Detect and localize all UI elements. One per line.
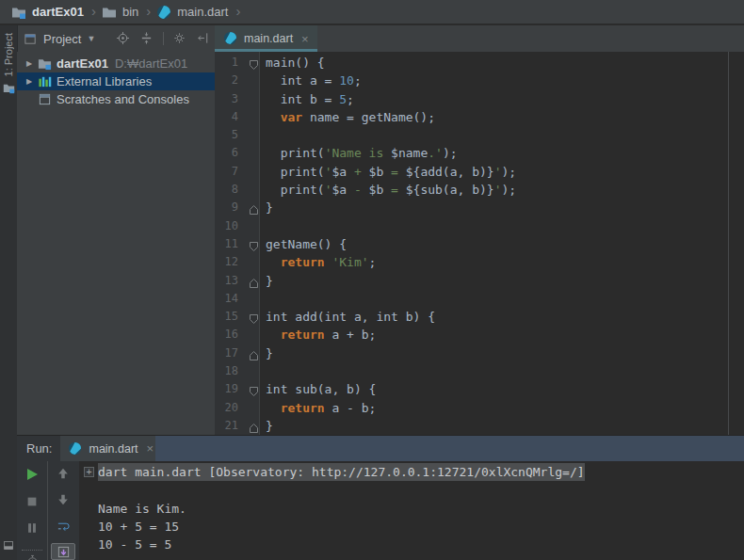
- chevron-down-icon[interactable]: ▼: [87, 34, 95, 43]
- console-line[interactable]: +dart main.dart [Observatory: http://127…: [79, 463, 744, 481]
- code-line[interactable]: 16 return a + b;: [215, 326, 744, 344]
- expand-plus-icon[interactable]: +: [84, 467, 94, 477]
- editor-tab-bar: main.dart ×: [215, 25, 744, 52]
- fold-column: [238, 72, 266, 89]
- code-line[interactable]: 15int add(int a, int b) {: [215, 308, 744, 326]
- chevron-right-icon: ›: [235, 3, 240, 19]
- library-icon: [38, 74, 52, 88]
- code-line[interactable]: 12 return 'Kim';: [215, 253, 744, 271]
- code-line[interactable]: 7 print('$a + $b = ${add(a, b)}');: [215, 163, 744, 181]
- code-line[interactable]: 10: [215, 217, 744, 235]
- tree-item-dartEx01[interactable]: ▶ dartEx01 D:₩dartEx01: [17, 55, 215, 72]
- code-line[interactable]: 2 int a = 10;: [215, 72, 744, 89]
- fold-column: [238, 144, 266, 162]
- project-tree-panel: ▶ dartEx01 D:₩dartEx01 ▶ External Librar…: [17, 52, 215, 435]
- code-line[interactable]: 14: [215, 290, 744, 308]
- code-line[interactable]: 6 print('Name is $name.');: [215, 144, 744, 162]
- line-number: 21: [215, 417, 238, 435]
- code-line[interactable]: 18: [215, 362, 744, 380]
- collapse-all-icon[interactable]: [139, 31, 154, 46]
- line-number: 14: [215, 290, 238, 308]
- breadcrumb-item-bin[interactable]: bin: [102, 5, 138, 20]
- timer-icon[interactable]: [25, 554, 40, 560]
- folder-icon: [102, 5, 117, 20]
- tree-item-external-libraries[interactable]: ▶ External Libraries: [17, 72, 215, 90]
- fold-column: [238, 290, 266, 308]
- code-text: int add(int a, int b) {: [266, 308, 435, 326]
- down-stack-button[interactable]: [57, 493, 70, 510]
- run-header-focus-band[interactable]: [155, 436, 744, 461]
- console-output-text: 10 + 5 = 15: [98, 518, 179, 536]
- code-line[interactable]: 20 return a - b;: [215, 399, 744, 417]
- expand-arrow-icon[interactable]: ▶: [24, 59, 34, 68]
- rerun-button[interactable]: [24, 467, 40, 486]
- locate-icon[interactable]: [116, 31, 131, 46]
- close-icon[interactable]: ×: [301, 32, 309, 46]
- hide-panel-icon[interactable]: [196, 31, 211, 46]
- project-panel-title[interactable]: Project: [43, 32, 81, 46]
- code-line[interactable]: 19int sub(a, b) {: [215, 380, 744, 398]
- stripe-run-button[interactable]: [1, 538, 16, 555]
- tree-item-path: D:₩dartEx01: [115, 56, 187, 71]
- fold-column: [238, 380, 266, 398]
- scroll-to-end-button[interactable]: [51, 543, 75, 560]
- code-line[interactable]: 21}: [215, 417, 744, 435]
- console-line[interactable]: Name is Kim.: [79, 500, 744, 518]
- tree-item-label: dartEx01: [57, 56, 108, 71]
- code-text: return 'Kim';: [266, 253, 376, 271]
- fold-column: [238, 54, 266, 72]
- run-tab-label: main.dart: [89, 442, 137, 456]
- stripe-project-button[interactable]: 1: Project: [1, 33, 16, 98]
- tab-label: main.dart: [244, 32, 293, 45]
- project-folder-icon: [3, 81, 15, 98]
- code-line[interactable]: 13}: [215, 272, 744, 290]
- up-stack-button[interactable]: [57, 467, 70, 484]
- code-text: }: [266, 344, 273, 362]
- settings-gear-icon[interactable]: [172, 31, 187, 46]
- dart-file-icon: [156, 5, 171, 20]
- tab-main-dart[interactable]: main.dart ×: [215, 25, 317, 52]
- code-line[interactable]: 17}: [215, 344, 744, 362]
- line-number: 10: [215, 217, 238, 235]
- line-number: 20: [215, 399, 238, 417]
- close-icon[interactable]: ×: [147, 441, 154, 456]
- code-line[interactable]: 1main() {: [215, 54, 744, 72]
- code-line[interactable]: 9}: [215, 199, 744, 216]
- run-console[interactable]: +dart main.dart [Observatory: http://127…: [79, 461, 744, 560]
- soft-wrap-icon[interactable]: [57, 520, 71, 537]
- stop-button[interactable]: [25, 495, 39, 512]
- expand-arrow-icon[interactable]: ▶: [24, 77, 34, 86]
- project-folder-icon: [11, 5, 26, 20]
- line-number: 12: [215, 253, 238, 271]
- code-line[interactable]: 5: [215, 126, 744, 144]
- project-panel-header: Project ▼: [17, 25, 215, 52]
- breadcrumb-item-file[interactable]: main.dart: [156, 5, 228, 20]
- code-text: print('Name is $name.');: [266, 144, 458, 162]
- line-number: 8: [215, 181, 238, 199]
- code-text: }: [266, 199, 273, 216]
- project-folder-icon: [38, 56, 52, 71]
- code-line[interactable]: 3 int b = 5;: [215, 90, 744, 108]
- code-text: }: [266, 417, 273, 435]
- pause-button[interactable]: [25, 521, 39, 538]
- code-line[interactable]: 4 var name = getName();: [215, 108, 744, 126]
- console-line[interactable]: [79, 481, 744, 499]
- fold-column: [238, 344, 266, 362]
- tree-item-scratches[interactable]: Scratches and Consoles: [17, 90, 215, 108]
- code-line[interactable]: 11getName() {: [215, 235, 744, 253]
- breadcrumb-label: dartEx01: [32, 5, 84, 19]
- code-editor[interactable]: 1main() {2 int a = 10;3 int b = 5;4 var …: [215, 52, 744, 435]
- run-toolbar: [17, 461, 79, 560]
- fold-end-icon[interactable]: [249, 421, 259, 435]
- fold-column: [238, 399, 266, 417]
- run-panel-header: Run: main.dart ×: [17, 435, 744, 461]
- console-line[interactable]: 10 + 5 = 15: [79, 518, 744, 536]
- line-number: 18: [215, 362, 238, 380]
- run-tab-main-dart[interactable]: main.dart ×: [60, 436, 161, 461]
- fold-column: [238, 199, 266, 216]
- line-number: 2: [215, 72, 238, 89]
- tool-window-stripe: 1: Project: [0, 25, 18, 560]
- console-line[interactable]: 10 - 5 = 5: [79, 536, 744, 553]
- breadcrumb-item-project[interactable]: dartEx01: [11, 5, 84, 20]
- code-line[interactable]: 8 print('$a - $b = ${sub(a, b)}');: [215, 181, 744, 199]
